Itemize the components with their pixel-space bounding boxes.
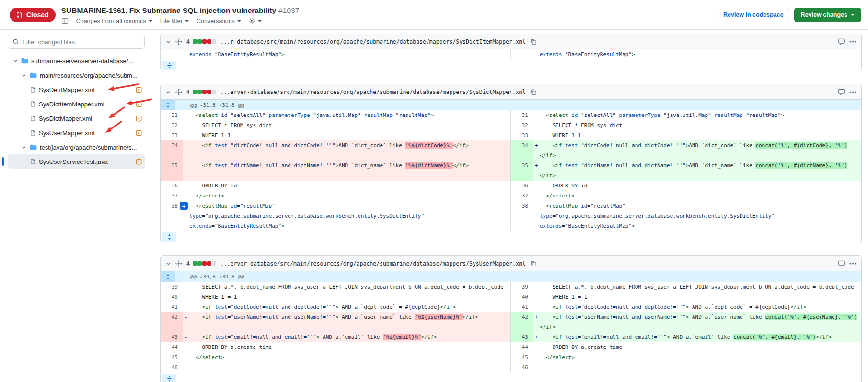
tree-folder-item[interactable]: main/resources/org/apache/subm... xyxy=(8,68,145,82)
line-number[interactable]: 35 xyxy=(511,161,533,181)
line-number[interactable]: 41 xyxy=(511,302,533,312)
unfold-button[interactable] xyxy=(161,100,175,110)
line-number[interactable]: 40 xyxy=(511,292,533,302)
line-number[interactable]: 33 xyxy=(511,130,533,140)
add-comment-button[interactable]: + xyxy=(180,202,188,210)
tree-file-item[interactable]: SysDictItemMapper.xml xyxy=(8,97,145,111)
tree-file-item[interactable]: SysUserServiceTest.java xyxy=(8,154,145,169)
line-number[interactable]: 33 xyxy=(161,130,183,140)
line-number[interactable]: 37 xyxy=(511,191,533,201)
diff-row: 32 SELECT * FROM sys_dict32 SELECT * FRO… xyxy=(161,120,861,130)
changes-from-dropdown[interactable]: Changes from all commits xyxy=(76,18,152,24)
line-number[interactable]: 44 xyxy=(161,342,183,352)
conversations-dropdown[interactable]: Conversations xyxy=(197,18,241,24)
code-line: </select> xyxy=(540,191,861,201)
diffstat-squares xyxy=(193,261,216,266)
diffstat-square xyxy=(207,39,211,44)
line-number[interactable]: 36 xyxy=(161,181,183,191)
line-number[interactable] xyxy=(511,49,533,59)
diff-marker: - xyxy=(183,312,189,332)
line-number[interactable]: 32 xyxy=(511,120,533,130)
diffstat-square xyxy=(207,261,211,266)
diff-cell: 35+ <if test="dictName!=null and dictNam… xyxy=(511,161,861,181)
line-number[interactable]: 38 xyxy=(511,201,533,231)
line-number[interactable]: 39 xyxy=(161,282,183,292)
collapse-chevron-icon[interactable] xyxy=(165,89,171,95)
line-number[interactable]: 45 xyxy=(511,352,533,362)
line-number[interactable]: 34 xyxy=(161,140,183,161)
tree-item-label: SysDeptMapper.xml xyxy=(39,86,94,93)
diff-marker: + xyxy=(533,161,540,181)
review-in-codespace-button[interactable]: Review in codespace xyxy=(717,8,790,22)
line-number[interactable]: 31 xyxy=(511,110,533,120)
modified-status-icon[interactable] xyxy=(136,101,142,107)
diff-cell: 39 SELECT a.*, b.dept_name FROM sys_user… xyxy=(161,282,511,292)
code-line: <resultMap id="resultMap"type="org.apach… xyxy=(189,201,510,231)
line-number[interactable]: 43 xyxy=(511,332,533,342)
line-number[interactable]: 41 xyxy=(161,302,183,312)
review-changes-label: Review changes xyxy=(801,12,847,18)
comment-icon[interactable] xyxy=(838,38,845,45)
line-number[interactable]: 37 xyxy=(161,191,183,201)
diff-row: 42- <if test="userName!=null and userNam… xyxy=(161,312,861,332)
review-changes-button[interactable]: Review changes xyxy=(794,8,861,22)
code-line: ORDER BY a.create_time xyxy=(540,342,861,352)
diff-marker: + xyxy=(533,140,540,161)
modified-status-icon[interactable] xyxy=(136,159,142,165)
line-number[interactable]: 36 xyxy=(511,181,533,191)
line-number[interactable]: 45 xyxy=(161,352,183,362)
diff-settings-dropdown[interactable] xyxy=(249,18,262,24)
line-number[interactable]: 46 xyxy=(511,362,533,372)
copy-path-icon[interactable] xyxy=(530,260,537,267)
tree-item-label: test/java/org/apache/submarine/s... xyxy=(40,144,137,151)
diff-cell: extends="BaseEntityResultMap"> xyxy=(511,49,861,59)
chevron-down-icon xyxy=(851,14,855,16)
diff-cell: 36 ORDER BY id xyxy=(511,181,861,191)
tree-file-item[interactable]: SysUserMapper.xml xyxy=(8,126,145,140)
tree-folder-item[interactable]: test/java/org/apache/submarine/s... xyxy=(8,140,145,154)
modified-status-icon[interactable] xyxy=(136,87,142,93)
line-number[interactable]: 42 xyxy=(161,312,183,332)
expand-diff-button[interactable] xyxy=(162,61,176,70)
line-number[interactable]: 43 xyxy=(161,332,183,342)
file-filter-input[interactable] xyxy=(23,38,140,46)
line-number[interactable]: 44 xyxy=(511,342,533,352)
modified-status-icon[interactable] xyxy=(136,116,142,122)
line-number[interactable]: 39 xyxy=(511,282,533,292)
collapse-chevron-icon[interactable] xyxy=(165,39,171,45)
tree-file-item[interactable]: SysDeptMapper.xml xyxy=(8,82,145,97)
line-number[interactable]: 46 xyxy=(161,362,183,372)
line-number[interactable]: 34 xyxy=(511,140,533,161)
hunk-header: @@ -31,8 +31,8 @@ xyxy=(161,100,861,110)
collapse-chevron-icon[interactable] xyxy=(165,261,171,266)
line-number[interactable]: 35 xyxy=(161,161,183,181)
sidebar-toggle-icon[interactable] xyxy=(61,18,69,24)
line-number[interactable] xyxy=(161,49,183,59)
line-number[interactable]: 31 xyxy=(161,110,183,120)
unfold-button[interactable] xyxy=(161,271,175,282)
diff-row: 45 </select>45 </select> xyxy=(161,352,861,362)
diff-marker: - xyxy=(183,161,189,181)
kebab-menu-icon[interactable] xyxy=(849,41,856,43)
pr-actions: Review in codespace Review changes xyxy=(717,8,861,22)
expand-diff-button[interactable] xyxy=(162,374,176,382)
line-number[interactable]: 40 xyxy=(161,292,183,302)
drag-handle-icon[interactable] xyxy=(175,89,182,95)
kebab-menu-icon[interactable] xyxy=(849,91,856,93)
tree-file-item[interactable]: SysDictMapper.xml xyxy=(8,111,145,126)
drag-handle-icon[interactable] xyxy=(175,38,182,45)
file-filter-dropdown[interactable]: File filter xyxy=(160,18,189,24)
comment-icon[interactable] xyxy=(838,89,845,95)
code-line: extends="BaseEntityResultMap"> xyxy=(189,49,510,59)
modified-status-icon[interactable] xyxy=(136,130,142,136)
copy-path-icon[interactable] xyxy=(530,38,537,45)
tree-folder-item[interactable]: submarine-server/server-database/... xyxy=(8,54,145,68)
drag-handle-icon[interactable] xyxy=(175,260,182,267)
line-number[interactable]: 42 xyxy=(511,312,533,332)
file-icon xyxy=(30,129,36,136)
expand-diff-button[interactable] xyxy=(162,232,176,242)
line-number[interactable]: 32 xyxy=(161,120,183,130)
comment-icon[interactable] xyxy=(838,260,845,267)
kebab-menu-icon[interactable] xyxy=(849,263,856,265)
copy-path-icon[interactable] xyxy=(530,89,537,95)
